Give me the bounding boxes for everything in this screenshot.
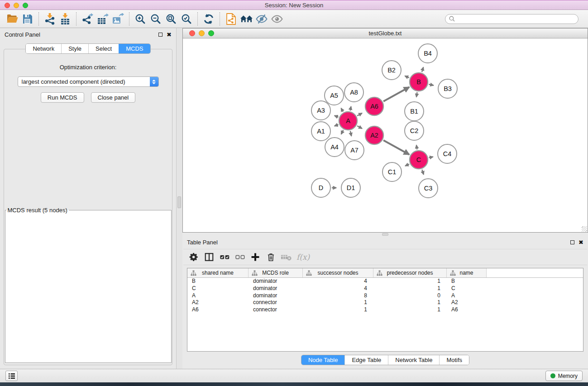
hide-selected-icon[interactable]: [254, 12, 269, 26]
network-node-D1[interactable]: D1: [341, 178, 360, 197]
column-header-predecessor-nodes[interactable]: predecessor nodes: [373, 268, 447, 277]
cell-successor-nodes[interactable]: 1: [303, 306, 373, 313]
cell-MCDS-role[interactable]: connector: [249, 306, 303, 313]
network-node-A[interactable]: A: [339, 112, 357, 130]
cell-predecessor-nodes[interactable]: 0: [373, 292, 447, 299]
close-panel-button[interactable]: Close panel: [91, 92, 136, 103]
maximize-window-button[interactable]: [23, 3, 28, 8]
minimize-window-button[interactable]: [14, 3, 19, 8]
task-status-button[interactable]: [5, 371, 18, 381]
tab-mcds[interactable]: MCDS: [119, 44, 150, 53]
network-node-A8[interactable]: A8: [344, 83, 363, 102]
network-node-A5[interactable]: A5: [325, 86, 344, 105]
column-browser-icon[interactable]: [202, 250, 216, 264]
column-header-successor-nodes[interactable]: successor nodes: [303, 268, 373, 277]
network-minimize-button[interactable]: [199, 30, 205, 36]
cell-MCDS-role[interactable]: dominator: [249, 278, 303, 284]
cell-name[interactable]: B: [447, 278, 487, 284]
network-edge-A-A7[interactable]: [350, 131, 352, 136]
cell-MCDS-role[interactable]: dominator: [249, 292, 303, 299]
network-node-B1[interactable]: B1: [405, 102, 424, 121]
close-panel-icon[interactable]: ✖: [578, 239, 583, 245]
cell-successor-nodes[interactable]: 4: [303, 285, 373, 291]
network-node-B[interactable]: B: [410, 73, 428, 91]
network-edge-B-B4[interactable]: [422, 67, 423, 72]
network-edge-A-A6[interactable]: [357, 113, 362, 116]
import-network-icon[interactable]: [42, 12, 57, 26]
table-settings-icon[interactable]: [187, 250, 201, 264]
search-input[interactable]: [457, 16, 574, 22]
column-header-shared-name[interactable]: shared name: [187, 268, 249, 277]
tab-node-table[interactable]: Node Table: [301, 355, 345, 365]
network-node-C1[interactable]: C1: [382, 162, 402, 181]
network-node-B3[interactable]: B3: [438, 79, 457, 98]
table-row[interactable]: Bdominator41B: [187, 278, 583, 285]
cell-MCDS-role[interactable]: dominator: [249, 285, 303, 291]
export-network-icon[interactable]: [80, 12, 95, 26]
close-panel-icon[interactable]: ✖: [167, 32, 172, 38]
unselect-all-icon[interactable]: [233, 250, 247, 264]
table-row[interactable]: Adominator80A: [187, 292, 583, 299]
network-node-A3[interactable]: A3: [311, 101, 330, 120]
divider-handle[interactable]: [382, 233, 388, 236]
cell-shared-name[interactable]: A6: [187, 306, 249, 313]
horizontal-split-divider[interactable]: [182, 233, 588, 236]
network-edge-B-B3[interactable]: [429, 84, 433, 86]
network-node-B4[interactable]: B4: [418, 44, 437, 63]
network-search-box[interactable]: [445, 14, 578, 24]
criterion-dropdown[interactable]: largest connected component (directed): [18, 76, 159, 87]
network-canvas[interactable]: B4B2BB3A8A5A6A3B1AA1C2A2A4A7C4CC1C3DD1: [183, 38, 588, 232]
tab-select[interactable]: Select: [88, 44, 119, 53]
network-edge-C-C3[interactable]: [422, 170, 424, 175]
column-header-name[interactable]: name: [447, 268, 487, 277]
network-edge-A-A2[interactable]: [357, 126, 362, 129]
show-all-networks-icon[interactable]: [239, 12, 254, 26]
zoom-in-icon[interactable]: [133, 12, 148, 26]
vertical-split-divider[interactable]: [177, 28, 182, 369]
float-panel-icon[interactable]: [570, 240, 574, 244]
float-panel-icon[interactable]: [158, 33, 163, 37]
tab-edge-table[interactable]: Edge Table: [344, 355, 388, 365]
select-all-icon[interactable]: [218, 250, 231, 264]
network-edge-A2-C[interactable]: [383, 140, 409, 154]
network-node-A7[interactable]: A7: [345, 141, 364, 160]
network-node-C2[interactable]: C2: [405, 121, 424, 140]
cell-name[interactable]: C: [447, 285, 487, 291]
cell-name[interactable]: A2: [447, 299, 487, 305]
divider-handle[interactable]: [177, 196, 181, 208]
show-selected-icon[interactable]: [269, 12, 285, 26]
run-mcds-button[interactable]: Run MCDS: [41, 92, 84, 103]
tab-network-table[interactable]: Network Table: [388, 355, 439, 365]
zoom-fit-icon[interactable]: [163, 12, 179, 26]
cell-predecessor-nodes[interactable]: 1: [373, 299, 447, 305]
network-edge-C-C2[interactable]: [416, 145, 417, 150]
cell-predecessor-nodes[interactable]: 1: [373, 306, 447, 313]
cell-successor-nodes[interactable]: 4: [303, 278, 373, 284]
network-edge-C-C1[interactable]: [405, 164, 409, 166]
network-node-A6[interactable]: A6: [365, 97, 383, 115]
network-node-C[interactable]: C: [410, 151, 428, 169]
cell-name[interactable]: A6: [447, 306, 487, 313]
cell-successor-nodes[interactable]: 1: [303, 299, 373, 305]
cell-shared-name[interactable]: A2: [187, 299, 249, 305]
network-close-button[interactable]: [189, 30, 195, 36]
cell-shared-name[interactable]: C: [187, 285, 249, 291]
network-node-B2[interactable]: B2: [382, 61, 401, 80]
table-row[interactable]: A6connector11A6: [187, 306, 583, 313]
tab-motifs[interactable]: Motifs: [439, 355, 469, 365]
network-edge-B-B1[interactable]: [416, 92, 417, 97]
cell-predecessor-nodes[interactable]: 1: [373, 285, 447, 291]
function-builder-icon[interactable]: f(x): [295, 253, 311, 262]
network-node-A4[interactable]: A4: [325, 138, 344, 157]
network-edge-A6-B[interactable]: [383, 87, 409, 101]
cell-shared-name[interactable]: B: [187, 278, 249, 284]
network-edge-A-A8[interactable]: [350, 106, 351, 110]
tab-style[interactable]: Style: [61, 44, 88, 53]
network-edge-A-A3[interactable]: [335, 116, 339, 117]
save-session-icon[interactable]: [20, 12, 35, 26]
network-edge-A-A1[interactable]: [335, 124, 339, 126]
delete-table-icon[interactable]: [279, 250, 293, 264]
cell-shared-name[interactable]: A: [187, 292, 249, 299]
zoom-out-icon[interactable]: [148, 12, 163, 26]
cell-MCDS-role[interactable]: connector: [249, 299, 303, 305]
